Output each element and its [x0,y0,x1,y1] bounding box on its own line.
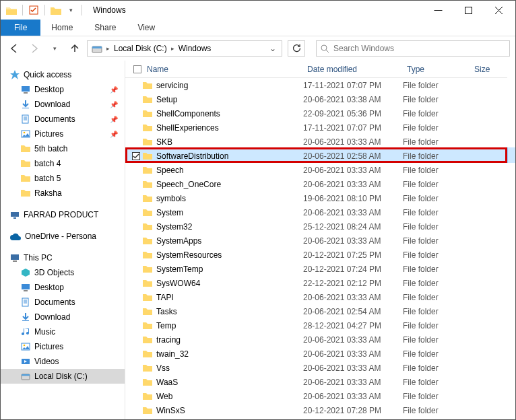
cell-type: File folder [403,307,470,316]
table-row[interactable]: Speech_OneCore20-06-2021 03:33 AMFile fo… [125,177,507,191]
folder-icon [143,95,152,104]
tab-file[interactable]: File [1,20,40,36]
column-type[interactable]: Type [403,65,470,74]
table-row[interactable]: System3225-12-2021 08:24 AMFile folder [125,219,507,234]
nav-thispc-item[interactable]: Documents [1,295,125,310]
table-row[interactable]: ShellExperiences17-11-2021 07:07 PMFile … [125,120,507,135]
table-row[interactable]: SystemResources20-12-2021 07:25 PMFile f… [125,248,507,262]
folder-icon [143,349,152,359]
table-row[interactable]: symbols19-06-2021 08:10 PMFile folder [125,191,507,205]
nav-thispc-item[interactable]: Local Disk (C:) [1,369,125,384]
nav-thispc-item[interactable]: Videos [1,354,125,369]
chevron-right-icon[interactable]: ▸ [170,45,176,52]
cell-type: File folder [403,194,470,203]
nav-quick-item[interactable]: 5th batch [1,141,125,156]
maximize-button[interactable] [453,1,484,20]
nav-label: Quick access [24,70,71,79]
ribbon-tabs: File Home Share View [1,20,515,36]
nav-label: Documents [34,298,75,307]
column-size[interactable]: Size [470,65,504,74]
table-row[interactable]: Setup20-06-2021 03:38 AMFile folder [125,92,507,106]
qat-dropdown-icon[interactable]: ▾ [64,3,77,17]
table-row[interactable]: SystemTemp20-12-2021 07:24 PMFile folder [125,262,507,276]
disk-icon [21,372,30,381]
table-row[interactable]: SKB20-06-2021 03:33 AMFile folder [125,135,507,149]
column-date[interactable]: Date modified [303,65,403,74]
cell-date: 20-06-2021 03:33 AM [303,137,403,147]
nav-thispc-item[interactable]: Pictures [1,339,125,354]
nav-quick-item[interactable]: Raksha [1,186,125,201]
breadcrumb-part-0[interactable]: Local Disk (C:) [111,44,170,53]
nav-thispc-item[interactable]: 3D Objects [1,265,125,280]
table-row[interactable]: Speech20-06-2021 03:33 AMFile folder [125,163,507,177]
folder-icon [143,208,152,217]
breadcrumb-part-1[interactable]: Windows [176,44,214,53]
minimize-button[interactable]: — [423,1,453,20]
folder-icon [143,109,152,118]
table-row[interactable]: System20-06-2021 03:33 AMFile folder [125,205,507,219]
table-row[interactable]: Tasks20-06-2021 02:54 AMFile folder [125,304,507,318]
nav-quick-item[interactable]: batch 4 [1,156,125,171]
nav-this-pc[interactable]: This PC [1,250,125,265]
table-row[interactable]: TAPI20-06-2021 03:33 AMFile folder [125,290,507,304]
up-button[interactable] [67,40,83,57]
refresh-button[interactable] [288,40,305,57]
recent-locations-button[interactable]: ▾ [46,40,63,57]
address-dropdown-icon[interactable]: ⌄ [265,44,280,53]
nav-quick-item[interactable]: Pictures📌 [1,127,125,141]
cell-date: 20-06-2021 03:33 AM [303,349,403,359]
svg-rect-8 [22,115,28,123]
nav-quick-item[interactable]: batch 5 [1,171,125,186]
column-name[interactable]: Name [143,65,303,74]
close-button[interactable] [484,1,514,20]
search-box[interactable] [316,40,510,57]
table-row[interactable]: SystemApps20-06-2021 03:33 AMFile folder [125,234,507,248]
device-icon [10,210,20,219]
nav-thispc-item[interactable]: Download [1,310,125,324]
nav-quick-item[interactable]: Download📌 [1,97,125,112]
table-row[interactable]: ShellComponents22-09-2021 05:36 PMFile f… [125,106,507,120]
nav-farrad[interactable]: FARRAD PRODUCT [1,207,125,222]
folder-icon [143,194,152,203]
nav-thispc-item[interactable]: Music [1,324,125,339]
tab-share[interactable]: Share [84,20,127,36]
nav-label: batch 5 [34,174,61,183]
address-bar[interactable]: ▸ Local Disk (C:) ▸ Windows ⌄ [87,40,282,57]
qat-properties-icon[interactable] [27,3,40,17]
cell-date: 20-06-2021 03:33 AM [303,180,403,189]
search-input[interactable] [333,44,505,53]
nav-onedrive[interactable]: OneDrive - Persona [1,229,125,244]
nav-thispc-item[interactable]: Desktop [1,280,125,295]
cell-name: servicing [143,81,303,90]
nav-quick-item[interactable]: Documents📌 [1,112,125,127]
nav-quick-item[interactable]: Desktop📌 [1,82,125,97]
table-row[interactable]: Temp28-12-2021 04:27 PMFile folder [125,318,507,332]
table-row[interactable]: SoftwareDistribution20-06-2021 02:58 AMF… [125,149,507,163]
forward-button[interactable] [26,40,42,57]
documents-icon [21,114,30,124]
cell-date: 20-06-2021 03:38 AM [303,95,403,104]
chevron-right-icon[interactable]: ▸ [105,45,111,52]
table-row[interactable]: Vss20-06-2021 03:33 AMFile folder [125,361,507,375]
row-checkbox[interactable] [129,152,143,160]
back-button[interactable] [6,40,22,57]
tab-home[interactable]: Home [40,20,84,36]
table-row[interactable]: WinSxS20-12-2021 07:28 PMFile folder [125,403,507,417]
cell-type: File folder [403,279,470,288]
table-row[interactable]: twain_3220-06-2021 03:33 AMFile folder [125,347,507,361]
svg-rect-6 [24,92,28,94]
table-row[interactable]: SysWOW6422-12-2021 02:12 PMFile folder [125,276,507,290]
file-list[interactable]: servicing17-11-2021 07:07 PMFile folderS… [125,78,507,419]
nav-label: OneDrive - Persona [25,232,96,241]
cell-date: 28-12-2021 04:27 PM [303,321,403,330]
tab-view[interactable]: View [127,20,166,36]
table-row[interactable]: WaaS20-06-2021 03:33 AMFile folder [125,375,507,389]
nav-quick-access[interactable]: Quick access [1,67,125,82]
column-checkbox[interactable] [129,65,143,73]
table-row[interactable]: Web20-06-2021 03:33 AMFile folder [125,389,507,403]
folder-icon [143,123,152,133]
cell-type: File folder [403,236,470,246]
table-row[interactable]: servicing17-11-2021 07:07 PMFile folder [125,78,507,92]
table-row[interactable]: tracing20-06-2021 03:33 AMFile folder [125,332,507,347]
breadcrumb-root-icon[interactable] [89,44,105,53]
